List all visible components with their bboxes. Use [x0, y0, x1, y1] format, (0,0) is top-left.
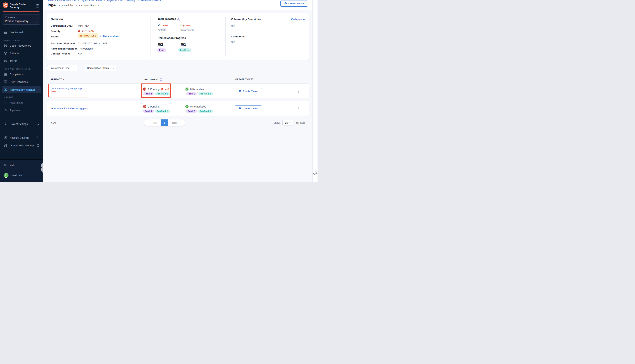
row-menu-kebab-icon[interactable] [297, 89, 299, 94]
pending-clock-icon [143, 88, 146, 91]
sidebar-item-help[interactable]: ? Help [0, 162, 43, 170]
supply-chain-security-logo-icon [3, 2, 8, 9]
gear-icon [4, 122, 7, 126]
preprod-badge: Pre-Prod: 0 [198, 110, 213, 113]
cube-icon [5, 16, 7, 19]
chevron-down-icon [112, 67, 114, 68]
preprod-badge: Pre-Prod [178, 48, 191, 52]
arrow-left-icon: ← [148, 122, 151, 124]
pending-clock-icon [143, 105, 146, 108]
prod-badge: Prod [157, 48, 166, 52]
breadcrumb-project[interactable]: Project: Product Exploratory [107, 0, 135, 2]
artifact-link[interactable]: tejakummarikuntla/easy-buggy-app [51, 107, 89, 110]
pending-cell: 2 Pending [143, 105, 159, 108]
page-size-select[interactable]: 20 [282, 120, 293, 126]
preprod-badge: Pre-Prod: 0 [155, 92, 170, 96]
home-icon [4, 30, 7, 35]
infinity-icon [4, 59, 8, 63]
sidebar-item-organization-settings[interactable]: Organization Settings i [0, 142, 43, 149]
help-chat-icon: ? [4, 164, 7, 168]
column-header-deployment: DEPLOYMENT i [143, 78, 162, 81]
sidebar-item-account-settings[interactable]: Account Settings i [0, 134, 43, 142]
pending-new-count: (1 new) [161, 88, 169, 90]
sidebar-item-code-repositories[interactable]: Code Repositories [0, 42, 43, 50]
integrations-icon [4, 100, 7, 105]
info-icon[interactable]: i [56, 91, 58, 93]
info-icon[interactable]: i [37, 144, 39, 147]
sidebar-user[interactable]: L Lavakush [0, 171, 43, 180]
chevron-down-icon [73, 67, 75, 68]
pagination-summary: 2 of 2 [51, 122, 57, 124]
next-page-button[interactable]: Next → [168, 120, 185, 126]
pipelines-icon [4, 108, 7, 112]
prod-badge: Prod: 1 [143, 110, 154, 113]
info-icon[interactable]: i [37, 136, 39, 139]
preprod-badge: Pre-Prod: 1 [155, 110, 170, 113]
remediation-progress-heading: Remediation Progress [158, 36, 186, 40]
breadcrumb-organization[interactable]: Organization: default [81, 0, 102, 2]
deployments-new-count: (1 new) [183, 24, 191, 27]
mark-as-done-link[interactable]: ✓ Mark as done [100, 34, 119, 38]
create-ticket-button-row[interactable]: Create Ticket [235, 88, 262, 94]
pending-count: 2 Pending [148, 105, 159, 108]
prod-badge: Prod: 1 [143, 92, 154, 96]
show-label: Show [274, 122, 280, 124]
overview-card: Overview Component | CVE : log4j | N/A S… [47, 13, 309, 60]
artifact-link[interactable]: lavakush07/easy-buggy-app (newi) [51, 87, 82, 93]
environment-type-filter[interactable]: Environment Type [47, 65, 77, 71]
sidebar-item-project-settings[interactable]: Project Settings ❯ [0, 120, 43, 128]
sidebar-item-artifacts[interactable]: Artifacts [0, 50, 43, 57]
comments-heading: Comments [231, 35, 245, 38]
project-selector[interactable]: PROJECT Product Exploratory ❯ [3, 14, 40, 24]
row-menu-kebab-icon[interactable] [297, 106, 299, 111]
time-label: Start time | End time: [51, 42, 76, 45]
remediated-badges: Prod: 0 Pre-Prod: 0 [186, 92, 213, 96]
brand-title: Supply ChainSecurity [10, 2, 26, 9]
sidebar-item-get-started[interactable]: Get Started [0, 28, 43, 36]
project-name: Product Exploratory [5, 20, 38, 22]
arrow-right-icon: → [179, 122, 181, 124]
clipboard-check-icon [4, 80, 7, 84]
chevron-right-icon: ❯ [37, 123, 39, 126]
sidebar-item-pipelines[interactable]: Pipelines [0, 106, 43, 114]
page-subtitle: Created by Teja Kummarikuntla [59, 4, 99, 7]
prev-page-button[interactable]: ← Prev [144, 120, 161, 126]
remediated-count: 0 Remediated [190, 105, 206, 108]
collapse-toggle[interactable]: Collapse [291, 18, 305, 21]
create-ticket-button-header[interactable]: Create Ticket [280, 0, 308, 6]
preprod-progress-count: 0/1 [181, 42, 186, 46]
chevron-right-icon: ❯ [36, 20, 38, 23]
status-badge: IN-PROGRESS [78, 33, 98, 38]
sidebar-item-remediation-tracker[interactable]: Remediation Tracker [2, 86, 41, 93]
pagination: ← Prev 1 Next → [144, 120, 185, 126]
info-icon[interactable]: i [160, 78, 162, 81]
remediation-status-filter[interactable]: Remediation Status [85, 65, 116, 71]
svg-text:?: ? [5, 164, 6, 166]
sidebar-item-compliance[interactable]: Compliance [0, 70, 43, 78]
current-page-button[interactable]: 1 [161, 120, 168, 126]
divider [3, 117, 40, 117]
pending-cell: 1 Pending (1 new) [143, 88, 169, 91]
sidebar-item-integrations[interactable]: Integrations [0, 99, 43, 106]
divider [3, 131, 40, 131]
check-icon: ✓ [100, 34, 102, 38]
column-header-artifact[interactable]: ARTIFACT ▲ [51, 78, 65, 80]
sidebar-item-cicd[interactable]: CI/CD [0, 57, 43, 65]
sidebar-item-rule-definitions[interactable]: Rule Definitions [0, 78, 43, 86]
section-label-supply-chain: SUPPLY CHAIN [0, 39, 43, 42]
remediated-check-icon [185, 105, 188, 108]
sidebar-footer: ? Help L Lavakush [0, 159, 43, 182]
remediated-check-icon [185, 88, 188, 91]
chat-support-icon[interactable] [313, 171, 317, 176]
vulnerability-description-value: N/A [231, 25, 235, 28]
warning-triangle-icon [78, 29, 81, 32]
info-icon[interactable]: i [177, 18, 180, 21]
right-gutter [312, 0, 317, 182]
pending-badges: Prod: 1 Pre-Prod: 1 [143, 110, 170, 113]
page-title: log4j [48, 3, 57, 7]
breadcrumb-current[interactable]: Remediation Tracker [140, 0, 161, 2]
deployments-label: Deployments [180, 29, 194, 31]
create-ticket-button-row[interactable]: Create Ticket [235, 106, 262, 111]
breadcrumb-account[interactable]: Account: Automation-SSCA [48, 0, 76, 2]
app-grid-icon[interactable] [36, 4, 39, 8]
